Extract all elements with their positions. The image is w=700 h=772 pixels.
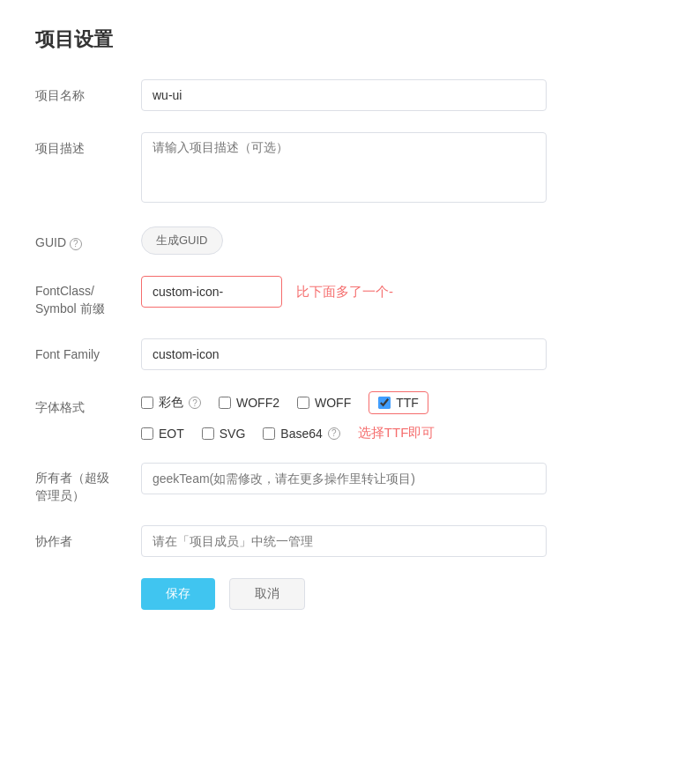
guid-help-icon[interactable]: ?: [70, 238, 82, 250]
font-family-input[interactable]: [141, 338, 547, 370]
checkbox-woff-label: WOFF: [315, 396, 351, 410]
font-family-label: Font Family: [35, 338, 141, 364]
font-class-input[interactable]: [141, 276, 282, 308]
checkbox-ttf[interactable]: TTF: [378, 396, 419, 410]
base64-help-icon[interactable]: ?: [328, 427, 340, 440]
font-class-row: FontClass/Symbol 前缀 比下面多了一个-: [35, 276, 665, 317]
font-family-content: [141, 338, 665, 370]
ttf-wrapper: TTF: [369, 391, 428, 414]
font-format-label: 字体格式: [35, 391, 141, 417]
checkbox-svg[interactable]: SVG: [202, 427, 246, 441]
checkbox-row-2: EOT SVG Base64 ? 选择TTF即可: [141, 425, 665, 442]
project-desc-label: 项目描述: [35, 132, 141, 158]
collab-content: [141, 525, 665, 557]
collab-row: 协作者: [35, 525, 665, 557]
owner-row: 所有者（超级管理员）: [35, 463, 665, 504]
generate-guid-button[interactable]: 生成GUID: [141, 226, 223, 255]
checkbox-eot[interactable]: EOT: [141, 427, 184, 441]
guid-label: GUID ?: [35, 226, 141, 252]
checkbox-woff-input[interactable]: [297, 397, 309, 409]
checkbox-woff2[interactable]: WOFF2: [219, 396, 279, 410]
project-desc-row: 项目描述: [35, 132, 665, 205]
font-class-annotation: 比下面多了一个-: [296, 284, 393, 301]
checkbox-ttf-label: TTF: [396, 396, 419, 410]
font-format-content: 彩色 ? WOFF2 WOFF TTF: [141, 391, 665, 442]
checkbox-color-input[interactable]: [141, 397, 153, 409]
checkbox-woff2-input[interactable]: [219, 397, 231, 409]
owner-content: [141, 463, 665, 494]
project-desc-input[interactable]: [141, 132, 547, 203]
font-class-label: FontClass/Symbol 前缀: [35, 276, 141, 317]
checkbox-woff2-label: WOFF2: [236, 396, 279, 410]
checkbox-svg-label: SVG: [220, 427, 246, 441]
checkbox-color[interactable]: 彩色 ?: [141, 395, 201, 411]
project-name-label: 项目名称: [35, 79, 141, 105]
checkbox-color-label: 彩色: [159, 395, 183, 411]
font-format-row: 字体格式 彩色 ? WOFF2 WOFF: [35, 391, 665, 442]
project-desc-content: [141, 132, 665, 205]
checkbox-group: 彩色 ? WOFF2 WOFF TTF: [141, 391, 665, 442]
page-title: 项目设置: [35, 26, 665, 53]
checkbox-base64-label: Base64: [280, 427, 322, 441]
checkbox-eot-label: EOT: [159, 427, 184, 441]
collab-label: 协作者: [35, 525, 141, 551]
guid-content: 生成GUID: [141, 226, 665, 255]
owner-label: 所有者（超级管理员）: [35, 463, 141, 504]
checkbox-row-1: 彩色 ? WOFF2 WOFF TTF: [141, 391, 665, 414]
project-name-input[interactable]: [141, 79, 547, 111]
ttf-annotation: 选择TTF即可: [358, 425, 436, 442]
save-button[interactable]: 保存: [141, 578, 215, 610]
checkbox-ttf-input[interactable]: [378, 397, 391, 409]
button-group: 保存 取消: [35, 578, 665, 610]
checkbox-svg-input[interactable]: [202, 427, 214, 440]
owner-input[interactable]: [141, 463, 547, 494]
project-name-row: 项目名称: [35, 79, 665, 111]
guid-row: GUID ? 生成GUID: [35, 226, 665, 255]
collab-input[interactable]: [141, 525, 547, 557]
cancel-button[interactable]: 取消: [229, 578, 305, 610]
checkbox-woff[interactable]: WOFF: [297, 396, 351, 410]
checkbox-base64[interactable]: Base64 ?: [263, 427, 339, 441]
checkbox-eot-input[interactable]: [141, 427, 153, 440]
color-help-icon[interactable]: ?: [189, 397, 201, 409]
font-class-content: 比下面多了一个-: [141, 276, 665, 308]
font-family-row: Font Family: [35, 338, 665, 370]
project-name-content: [141, 79, 665, 111]
checkbox-base64-input[interactable]: [263, 427, 275, 440]
